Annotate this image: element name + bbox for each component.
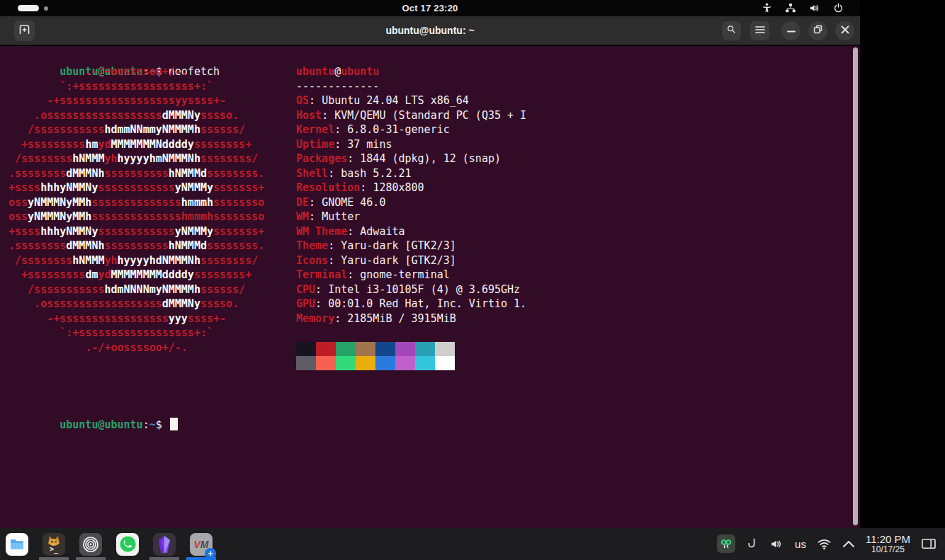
palette-swatch (415, 342, 435, 356)
palette-swatch (336, 342, 356, 356)
hook-icon[interactable] (746, 537, 759, 551)
menu-button[interactable] (750, 21, 769, 40)
taskbar-app-files[interactable] (1, 528, 33, 560)
info-row: OS: Ubuntu 24.04 LTS x86_64 (296, 93, 526, 108)
host-taskbar: >_ (0, 528, 945, 560)
ascii-art-line: +sssshhhyNMMNyssssssssssssyNMMMysssssss+ (9, 181, 264, 195)
obsidian-gem-icon (153, 533, 176, 556)
color-palette (296, 342, 455, 370)
whatsapp-phone-icon (116, 533, 139, 556)
desktop-black-area (860, 0, 945, 528)
palette-swatch (395, 356, 415, 370)
palette-swatch (336, 356, 356, 370)
close-button[interactable] (835, 21, 854, 40)
ascii-art-line: `:+ssssssssssssssssss+:` (9, 326, 264, 341)
info-row: Terminal: gnome-terminal (296, 268, 526, 282)
green-ribbon-icon[interactable] (717, 535, 735, 553)
ascii-art-line: .-/+oossssoo+/-. (9, 64, 264, 79)
info-row: WM Theme: Adwaita (296, 224, 526, 239)
info-row: Memory: 2185MiB / 3915MiB (296, 312, 526, 326)
taskbar-date: 10/17/25 (866, 545, 910, 555)
palette-swatch (356, 356, 375, 370)
new-tab-button[interactable] (14, 21, 35, 41)
taskbar-app-circles[interactable] (75, 528, 106, 560)
info-row: Uptime: 37 mins (296, 137, 526, 152)
new-tab-icon (18, 24, 30, 38)
taskbar-app-vm[interactable]: VM + (186, 528, 217, 560)
notification-panel-icon[interactable] (921, 537, 936, 550)
ascii-art-line: /sssssssshNMMMyhhyyyyhdNMMMNhssssssss/ (9, 253, 264, 268)
workspace-indicator-dot[interactable] (44, 6, 48, 11)
terminal-cursor (170, 418, 178, 430)
info-row: CPU: Intel i3-10105F (4) @ 3.695GHz (296, 282, 526, 297)
minimize-icon (787, 24, 796, 37)
ascii-art-line: ossyNMMMNyMMhsssssssssssssshmmmhssssssso (9, 195, 264, 210)
taskbar-apps: >_ (1, 528, 222, 560)
power-icon[interactable] (832, 2, 844, 14)
taskbar-clock[interactable]: 11:20 PM 10/17/25 (866, 533, 910, 555)
neofetch-underline: ------------- (296, 79, 526, 94)
terminal-prompt: ubuntu@ubuntu:~$ (9, 403, 178, 447)
terminal-scrollbar[interactable] (853, 47, 858, 525)
palette-swatch (296, 342, 316, 356)
ascii-art-line: .-/+oossssoo+/-. (9, 341, 264, 355)
info-row: DE: GNOME 46.0 (296, 195, 526, 210)
concentric-circles-icon (79, 533, 102, 556)
minimize-button[interactable] (781, 21, 800, 40)
chevron-up-icon[interactable] (842, 539, 855, 548)
palette-swatch (296, 356, 316, 370)
terminal-screen[interactable]: ubuntu@ubuntu:~$ neofetch .-/+oossssoo+/… (0, 46, 860, 528)
palette-swatch (316, 342, 336, 356)
palette-swatch (395, 342, 415, 356)
accessibility-icon[interactable] (761, 2, 773, 14)
running-indicator (76, 557, 106, 560)
volume-icon[interactable] (808, 2, 821, 14)
neofetch-ascii-art: .-/+oossssoo+/-. `:+ssssssssssssssssss+:… (9, 64, 264, 355)
ascii-art-line: .ossssssssssssssssssdMMMNysssso. (9, 108, 264, 123)
maximize-button[interactable] (808, 21, 827, 40)
ascii-art-line: .ossssssssssssssssssdMMMNysssso. (9, 297, 264, 312)
taskbar-app-obsidian[interactable] (149, 528, 180, 560)
taskbar-app-kitty-terminal[interactable]: >_ (38, 528, 69, 560)
search-button[interactable] (722, 21, 741, 40)
window-title: ubuntu@ubuntu: ~ (385, 25, 474, 36)
ascii-art-line: +sssshhhyNMMNyssssssssssssyNMMMysssssss+ (9, 224, 264, 239)
info-row: Theme: Yaru-dark [GTK2/3] (296, 239, 526, 253)
screen: Oct 17 23:20 (0, 0, 945, 560)
ascii-art-line: +ssssssssshmydMMMMMMMNddddyssssssss+ (9, 137, 264, 152)
ascii-art-line: /sssssssshNMMMyhhyyyyhmNMMMNhssssssss/ (9, 152, 264, 166)
ascii-art-line: +sssssssssdmydMMMMMMMMddddyssssssss+ (9, 268, 264, 282)
workspace-indicator-active[interactable] (18, 5, 39, 11)
network-wired-icon[interactable] (784, 2, 797, 14)
info-row: Kernel: 6.8.0-31-generic (296, 122, 526, 137)
top-bar-clock[interactable]: Oct 17 23:20 (402, 3, 458, 13)
info-row: WM: Mutter (296, 210, 526, 224)
keyboard-layout-indicator[interactable]: us (795, 538, 806, 550)
vm-letters-icon: VM + (190, 533, 213, 556)
ascii-art-line: -+ssssssssssssssssssyyssss+- (9, 93, 264, 108)
info-row: Icons: Yaru-dark [GTK2/3] (296, 253, 526, 268)
running-indicator (149, 557, 179, 560)
taskbar-time: 11:20 PM (866, 533, 910, 545)
info-row: Shell: bash 5.2.21 (296, 166, 526, 181)
ascii-art-line: /ssssssssssshdmmNNmmyNMMMMhssssss/ (9, 122, 264, 137)
palette-swatch (375, 356, 395, 370)
volume-icon[interactable] (769, 537, 784, 551)
neofetch-info: ubuntu@ubuntu ------------- OS: Ubuntu 2… (296, 64, 526, 326)
wifi-icon[interactable] (817, 538, 832, 550)
gnome-top-bar: Oct 17 23:20 (0, 0, 860, 16)
ascii-art-line: /ssssssssssshdmNNNNmyNMMMMhssssss/ (9, 282, 264, 297)
info-row: GPU: 00:01.0 Red Hat, Inc. Virtio 1. (296, 297, 526, 312)
taskbar-app-whatsapp[interactable] (112, 528, 143, 560)
kitty-cat-icon: >_ (43, 533, 65, 556)
palette-row (296, 342, 455, 356)
running-indicator (39, 557, 69, 560)
folder-icon (6, 533, 28, 556)
ascii-art-line: ossyNMMMNyMMhsssssssssssssshmmmhssssssso (9, 210, 264, 224)
ascii-art-line: -+sssssssssssssssssyyyssss+- (9, 312, 264, 326)
terminal-header-bar: ubuntu@ubuntu: ~ (0, 16, 860, 45)
palette-swatch (435, 356, 455, 370)
system-status-area[interactable] (761, 2, 844, 14)
ascii-art-line: .ssssssssdMMMNhsssssssssshNMMMdssssssss. (9, 239, 264, 253)
ascii-art-line: .ssssssssdMMMNhsssssssssshNMMMdssssssss. (9, 166, 264, 181)
